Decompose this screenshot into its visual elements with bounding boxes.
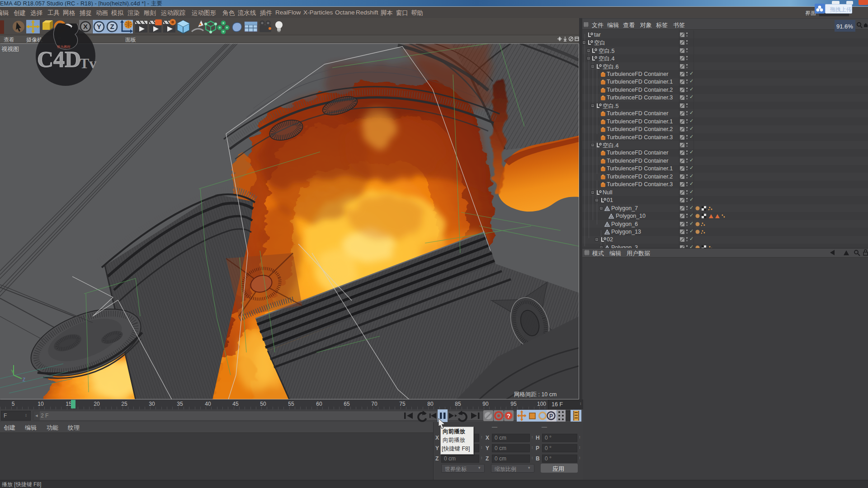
svg-text:网格间距 : 10 cm: 网格间距 : 10 cm [514, 391, 557, 398]
svg-text:P: P [549, 413, 553, 419]
svg-text:视视图: 视视图 [1, 46, 19, 52]
svg-text:Tv: Tv [80, 55, 96, 71]
svg-text:?: ? [507, 413, 510, 419]
svg-text:C4D: C4D [37, 47, 81, 72]
svg-text:Y: Y [11, 369, 14, 374]
svg-text:Z: Z [23, 377, 25, 382]
